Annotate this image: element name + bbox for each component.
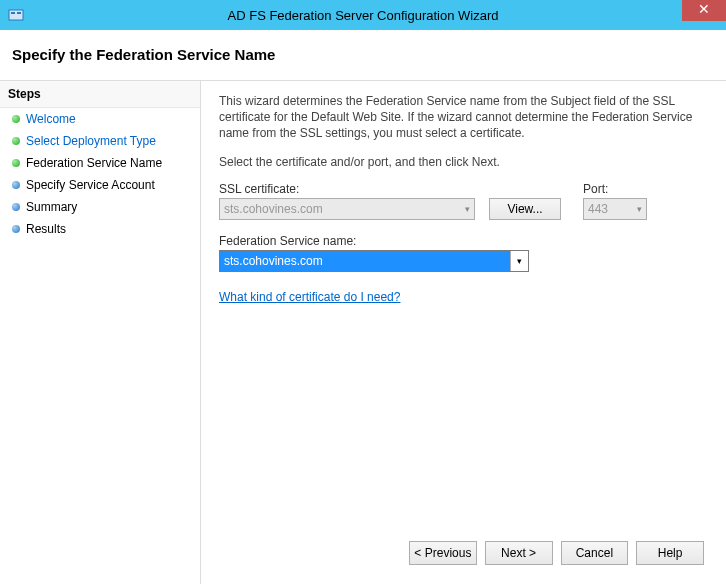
ssl-certificate-dropdown[interactable]: sts.cohovines.com ▾ [219, 198, 475, 220]
page-heading: Specify the Federation Service Name [0, 30, 726, 80]
sidebar-item-label: Select Deployment Type [26, 134, 156, 148]
bullet-icon [12, 225, 20, 233]
ssl-certificate-value: sts.cohovines.com [224, 202, 323, 216]
steps-sidebar: Steps Welcome Select Deployment Type Fed… [0, 80, 200, 584]
ssl-label: SSL certificate: [219, 182, 475, 196]
bullet-icon [12, 137, 20, 145]
help-button[interactable]: Help [636, 541, 704, 565]
federation-name-label: Federation Service name: [219, 234, 708, 248]
sidebar-item-welcome[interactable]: Welcome [0, 108, 200, 130]
wizard-button-bar: < Previous Next > Cancel Help [409, 530, 718, 576]
sidebar-item-label: Results [26, 222, 66, 236]
window-title: AD FS Federation Server Configuration Wi… [0, 8, 726, 23]
federation-name-combobox[interactable]: sts.cohovines.com ▾ [219, 250, 529, 272]
next-button[interactable]: Next > [485, 541, 553, 565]
sidebar-item-label: Specify Service Account [26, 178, 155, 192]
intro-text: This wizard determines the Federation Se… [219, 93, 708, 142]
view-button[interactable]: View... [489, 198, 561, 220]
sidebar-item-service-account[interactable]: Specify Service Account [0, 174, 200, 196]
federation-name-value[interactable]: sts.cohovines.com [220, 251, 510, 271]
sidebar-header: Steps [0, 81, 200, 108]
sidebar-item-summary[interactable]: Summary [0, 196, 200, 218]
port-dropdown[interactable]: 443 ▾ [583, 198, 647, 220]
bullet-icon [12, 115, 20, 123]
sidebar-item-label: Welcome [26, 112, 76, 126]
cancel-button[interactable]: Cancel [561, 541, 629, 565]
sidebar-item-results[interactable]: Results [0, 218, 200, 240]
chevron-down-icon: ▾ [637, 204, 642, 214]
sidebar-item-label: Federation Service Name [26, 156, 162, 170]
titlebar: AD FS Federation Server Configuration Wi… [0, 0, 726, 30]
sidebar-item-deployment-type[interactable]: Select Deployment Type [0, 130, 200, 152]
bullet-icon [12, 159, 20, 167]
certificate-help-link[interactable]: What kind of certificate do I need? [219, 290, 400, 304]
bullet-icon [12, 203, 20, 211]
sidebar-item-label: Summary [26, 200, 77, 214]
select-instructions: Select the certificate and/or port, and … [219, 154, 708, 170]
wizard-content: This wizard determines the Federation Se… [200, 80, 726, 584]
port-value: 443 [588, 202, 608, 216]
port-label: Port: [583, 182, 647, 196]
previous-button[interactable]: < Previous [409, 541, 477, 565]
sidebar-item-federation-service-name[interactable]: Federation Service Name [0, 152, 200, 174]
bullet-icon [12, 181, 20, 189]
close-button[interactable]: ✕ [682, 0, 726, 21]
chevron-down-icon[interactable]: ▾ [510, 251, 528, 271]
chevron-down-icon: ▾ [465, 204, 470, 214]
